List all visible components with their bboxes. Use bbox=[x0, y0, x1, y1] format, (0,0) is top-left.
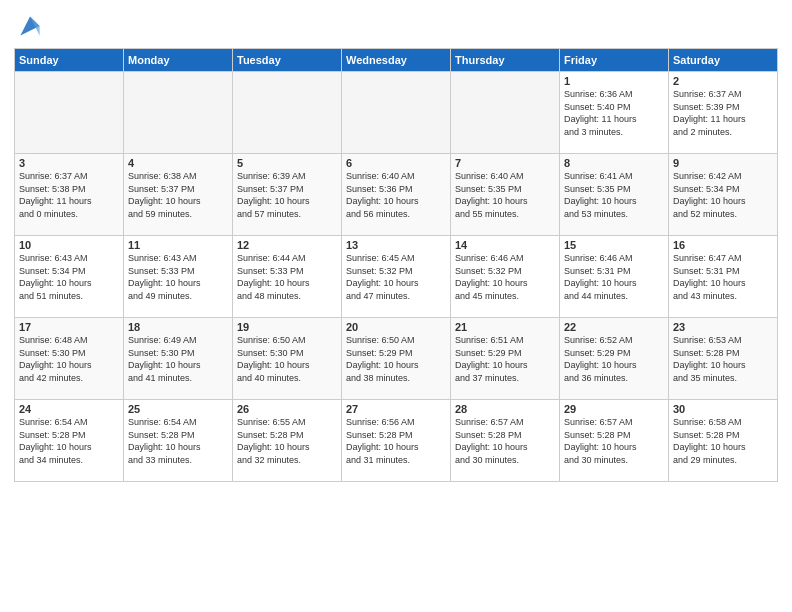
calendar-week-2: 3Sunrise: 6:37 AM Sunset: 5:38 PM Daylig… bbox=[15, 154, 778, 236]
calendar-cell: 19Sunrise: 6:50 AM Sunset: 5:30 PM Dayli… bbox=[233, 318, 342, 400]
calendar-week-4: 17Sunrise: 6:48 AM Sunset: 5:30 PM Dayli… bbox=[15, 318, 778, 400]
calendar-cell: 8Sunrise: 6:41 AM Sunset: 5:35 PM Daylig… bbox=[560, 154, 669, 236]
calendar-week-3: 10Sunrise: 6:43 AM Sunset: 5:34 PM Dayli… bbox=[15, 236, 778, 318]
day-info: Sunrise: 6:43 AM Sunset: 5:33 PM Dayligh… bbox=[128, 252, 228, 302]
calendar-header-friday: Friday bbox=[560, 49, 669, 72]
day-number: 4 bbox=[128, 157, 228, 169]
calendar-header-row: SundayMondayTuesdayWednesdayThursdayFrid… bbox=[15, 49, 778, 72]
calendar-header-monday: Monday bbox=[124, 49, 233, 72]
day-number: 3 bbox=[19, 157, 119, 169]
day-number: 16 bbox=[673, 239, 773, 251]
calendar-cell: 20Sunrise: 6:50 AM Sunset: 5:29 PM Dayli… bbox=[342, 318, 451, 400]
calendar-cell: 13Sunrise: 6:45 AM Sunset: 5:32 PM Dayli… bbox=[342, 236, 451, 318]
day-number: 22 bbox=[564, 321, 664, 333]
logo bbox=[14, 10, 50, 42]
calendar-cell: 24Sunrise: 6:54 AM Sunset: 5:28 PM Dayli… bbox=[15, 400, 124, 482]
day-number: 25 bbox=[128, 403, 228, 415]
day-number: 21 bbox=[455, 321, 555, 333]
calendar-header-sunday: Sunday bbox=[15, 49, 124, 72]
day-number: 23 bbox=[673, 321, 773, 333]
day-number: 13 bbox=[346, 239, 446, 251]
day-info: Sunrise: 6:44 AM Sunset: 5:33 PM Dayligh… bbox=[237, 252, 337, 302]
day-number: 19 bbox=[237, 321, 337, 333]
calendar-cell: 14Sunrise: 6:46 AM Sunset: 5:32 PM Dayli… bbox=[451, 236, 560, 318]
calendar-header-wednesday: Wednesday bbox=[342, 49, 451, 72]
day-info: Sunrise: 6:57 AM Sunset: 5:28 PM Dayligh… bbox=[564, 416, 664, 466]
day-info: Sunrise: 6:37 AM Sunset: 5:38 PM Dayligh… bbox=[19, 170, 119, 220]
day-info: Sunrise: 6:39 AM Sunset: 5:37 PM Dayligh… bbox=[237, 170, 337, 220]
calendar-cell: 29Sunrise: 6:57 AM Sunset: 5:28 PM Dayli… bbox=[560, 400, 669, 482]
day-info: Sunrise: 6:41 AM Sunset: 5:35 PM Dayligh… bbox=[564, 170, 664, 220]
calendar-cell: 17Sunrise: 6:48 AM Sunset: 5:30 PM Dayli… bbox=[15, 318, 124, 400]
calendar-cell: 30Sunrise: 6:58 AM Sunset: 5:28 PM Dayli… bbox=[669, 400, 778, 482]
day-number: 1 bbox=[564, 75, 664, 87]
logo-icon bbox=[14, 10, 46, 42]
calendar-cell bbox=[342, 72, 451, 154]
day-number: 6 bbox=[346, 157, 446, 169]
calendar-cell: 6Sunrise: 6:40 AM Sunset: 5:36 PM Daylig… bbox=[342, 154, 451, 236]
day-number: 5 bbox=[237, 157, 337, 169]
page: SundayMondayTuesdayWednesdayThursdayFrid… bbox=[0, 0, 792, 492]
calendar-cell bbox=[15, 72, 124, 154]
day-info: Sunrise: 6:42 AM Sunset: 5:34 PM Dayligh… bbox=[673, 170, 773, 220]
calendar-cell: 5Sunrise: 6:39 AM Sunset: 5:37 PM Daylig… bbox=[233, 154, 342, 236]
day-info: Sunrise: 6:51 AM Sunset: 5:29 PM Dayligh… bbox=[455, 334, 555, 384]
day-number: 24 bbox=[19, 403, 119, 415]
day-info: Sunrise: 6:40 AM Sunset: 5:35 PM Dayligh… bbox=[455, 170, 555, 220]
calendar-cell: 21Sunrise: 6:51 AM Sunset: 5:29 PM Dayli… bbox=[451, 318, 560, 400]
day-info: Sunrise: 6:54 AM Sunset: 5:28 PM Dayligh… bbox=[128, 416, 228, 466]
day-info: Sunrise: 6:43 AM Sunset: 5:34 PM Dayligh… bbox=[19, 252, 119, 302]
day-number: 14 bbox=[455, 239, 555, 251]
calendar-cell: 28Sunrise: 6:57 AM Sunset: 5:28 PM Dayli… bbox=[451, 400, 560, 482]
day-info: Sunrise: 6:55 AM Sunset: 5:28 PM Dayligh… bbox=[237, 416, 337, 466]
calendar-cell: 1Sunrise: 6:36 AM Sunset: 5:40 PM Daylig… bbox=[560, 72, 669, 154]
day-number: 10 bbox=[19, 239, 119, 251]
day-info: Sunrise: 6:49 AM Sunset: 5:30 PM Dayligh… bbox=[128, 334, 228, 384]
day-info: Sunrise: 6:46 AM Sunset: 5:31 PM Dayligh… bbox=[564, 252, 664, 302]
day-info: Sunrise: 6:40 AM Sunset: 5:36 PM Dayligh… bbox=[346, 170, 446, 220]
calendar-cell: 16Sunrise: 6:47 AM Sunset: 5:31 PM Dayli… bbox=[669, 236, 778, 318]
calendar-cell: 12Sunrise: 6:44 AM Sunset: 5:33 PM Dayli… bbox=[233, 236, 342, 318]
day-info: Sunrise: 6:48 AM Sunset: 5:30 PM Dayligh… bbox=[19, 334, 119, 384]
calendar-week-5: 24Sunrise: 6:54 AM Sunset: 5:28 PM Dayli… bbox=[15, 400, 778, 482]
day-info: Sunrise: 6:58 AM Sunset: 5:28 PM Dayligh… bbox=[673, 416, 773, 466]
calendar-cell: 3Sunrise: 6:37 AM Sunset: 5:38 PM Daylig… bbox=[15, 154, 124, 236]
calendar-header-thursday: Thursday bbox=[451, 49, 560, 72]
day-number: 11 bbox=[128, 239, 228, 251]
calendar-cell: 4Sunrise: 6:38 AM Sunset: 5:37 PM Daylig… bbox=[124, 154, 233, 236]
calendar-cell: 27Sunrise: 6:56 AM Sunset: 5:28 PM Dayli… bbox=[342, 400, 451, 482]
day-number: 2 bbox=[673, 75, 773, 87]
calendar-table: SundayMondayTuesdayWednesdayThursdayFrid… bbox=[14, 48, 778, 482]
day-info: Sunrise: 6:37 AM Sunset: 5:39 PM Dayligh… bbox=[673, 88, 773, 138]
calendar-cell: 11Sunrise: 6:43 AM Sunset: 5:33 PM Dayli… bbox=[124, 236, 233, 318]
day-info: Sunrise: 6:50 AM Sunset: 5:30 PM Dayligh… bbox=[237, 334, 337, 384]
calendar-week-1: 1Sunrise: 6:36 AM Sunset: 5:40 PM Daylig… bbox=[15, 72, 778, 154]
day-number: 15 bbox=[564, 239, 664, 251]
day-info: Sunrise: 6:52 AM Sunset: 5:29 PM Dayligh… bbox=[564, 334, 664, 384]
day-info: Sunrise: 6:36 AM Sunset: 5:40 PM Dayligh… bbox=[564, 88, 664, 138]
day-info: Sunrise: 6:47 AM Sunset: 5:31 PM Dayligh… bbox=[673, 252, 773, 302]
calendar-cell: 23Sunrise: 6:53 AM Sunset: 5:28 PM Dayli… bbox=[669, 318, 778, 400]
day-number: 28 bbox=[455, 403, 555, 415]
day-number: 12 bbox=[237, 239, 337, 251]
day-number: 8 bbox=[564, 157, 664, 169]
calendar-header-saturday: Saturday bbox=[669, 49, 778, 72]
calendar-header-tuesday: Tuesday bbox=[233, 49, 342, 72]
calendar-cell: 10Sunrise: 6:43 AM Sunset: 5:34 PM Dayli… bbox=[15, 236, 124, 318]
calendar-cell: 15Sunrise: 6:46 AM Sunset: 5:31 PM Dayli… bbox=[560, 236, 669, 318]
day-number: 7 bbox=[455, 157, 555, 169]
day-number: 9 bbox=[673, 157, 773, 169]
header bbox=[14, 10, 778, 42]
calendar-cell: 7Sunrise: 6:40 AM Sunset: 5:35 PM Daylig… bbox=[451, 154, 560, 236]
day-number: 26 bbox=[237, 403, 337, 415]
day-number: 18 bbox=[128, 321, 228, 333]
day-info: Sunrise: 6:38 AM Sunset: 5:37 PM Dayligh… bbox=[128, 170, 228, 220]
day-number: 17 bbox=[19, 321, 119, 333]
calendar-cell: 26Sunrise: 6:55 AM Sunset: 5:28 PM Dayli… bbox=[233, 400, 342, 482]
calendar-cell: 22Sunrise: 6:52 AM Sunset: 5:29 PM Dayli… bbox=[560, 318, 669, 400]
day-info: Sunrise: 6:57 AM Sunset: 5:28 PM Dayligh… bbox=[455, 416, 555, 466]
day-info: Sunrise: 6:56 AM Sunset: 5:28 PM Dayligh… bbox=[346, 416, 446, 466]
calendar-cell bbox=[451, 72, 560, 154]
day-number: 30 bbox=[673, 403, 773, 415]
day-number: 20 bbox=[346, 321, 446, 333]
